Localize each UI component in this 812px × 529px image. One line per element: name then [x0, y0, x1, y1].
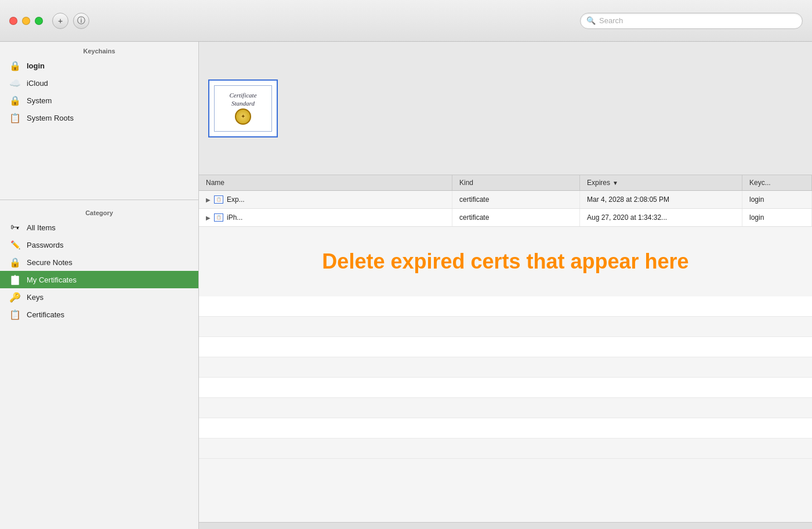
table-header: Name Kind Expires ▼ Keyc... [199, 175, 812, 191]
th-expires[interactable]: Expires ▼ [580, 175, 742, 190]
sidebar: Keychains 🔒 login ☁️ iCloud 🔒 System 📋 S… [0, 42, 199, 529]
minimize-button[interactable] [22, 17, 30, 25]
search-bar[interactable]: 🔍 Search [580, 13, 803, 29]
cert-icon-roots: 📋 [9, 112, 21, 124]
cert-inner: CertificateStandard ✦ [214, 85, 272, 132]
empty-row [199, 337, 812, 357]
lock-icon: 🔒 [9, 60, 21, 71]
cloud-icon: ☁️ [9, 77, 21, 89]
preview-area: CertificateStandard ✦ [199, 42, 812, 175]
sidebar-item-label-system-roots: System Roots [27, 114, 74, 122]
search-icon: 🔍 [586, 16, 596, 25]
annotation-text: Delete expired certs that appear here [322, 249, 688, 274]
sidebar-item-certificates[interactable]: 📋 Certificates [0, 306, 198, 323]
td-expires-2: Aug 27, 2020 at 1:34:32... [580, 209, 742, 226]
cert-seal: ✦ [235, 108, 251, 125]
sort-indicator: ▼ [612, 180, 618, 186]
sidebar-item-keys[interactable]: 🔑 Keys [0, 288, 198, 306]
sidebar-item-label-secure-notes: Secure Notes [27, 258, 72, 267]
sidebar-spacer [0, 126, 198, 196]
empty-row [199, 296, 812, 317]
cert-row-icon-2: 📋 [214, 213, 223, 222]
empty-row [199, 317, 812, 337]
certs-icon: 📋 [9, 309, 21, 320]
sidebar-item-login[interactable]: 🔒 login [0, 57, 198, 74]
info-button[interactable]: ⓘ [73, 13, 89, 29]
empty-row [199, 357, 812, 378]
th-kind[interactable]: Kind [452, 175, 580, 190]
window-controls [9, 17, 43, 25]
sidebar-item-secure-notes[interactable]: 🔒 Secure Notes [0, 253, 198, 271]
empty-row [199, 378, 812, 398]
sidebar-item-label-keys: Keys [27, 293, 44, 302]
horizontal-scrollbar[interactable] [199, 522, 812, 529]
table-row[interactable]: ▶ 📋 Exp... certificate Mar 4, 2028 at 2:… [199, 191, 812, 209]
th-keychain-label: Keyc... [749, 179, 771, 187]
td-name-2: ▶ 📋 iPh... [199, 209, 452, 226]
cert-title: CertificateStandard [229, 92, 256, 107]
sidebar-item-my-certificates[interactable]: 📋 My Certificates [0, 271, 198, 288]
sidebar-item-label-all-items: All Items [27, 223, 56, 232]
my-certs-icon: 📋 [9, 274, 21, 285]
maximize-button[interactable] [35, 17, 43, 25]
certificate-preview-icon: CertificateStandard ✦ [208, 79, 278, 137]
td-kind-2: certificate [452, 209, 580, 226]
sidebar-item-label-my-certs: My Certificates [27, 276, 77, 284]
titlebar: + ⓘ 🔍 Search [0, 0, 812, 42]
sidebar-item-label-icloud: iCloud [27, 79, 48, 88]
passwords-icon: ✏️ [9, 239, 21, 251]
sidebar-item-label-system: System [27, 96, 52, 105]
table-row[interactable]: ▶ 📋 iPh... certificate Aug 27, 2020 at 1… [199, 209, 812, 227]
annotation-area: Delete expired certs that appear here [199, 227, 812, 296]
keychains-header: Keychains [0, 42, 198, 57]
content-area: CertificateStandard ✦ Name Kind Ex [199, 42, 812, 529]
th-keychain[interactable]: Keyc... [742, 175, 812, 190]
sidebar-item-label-login: login [27, 61, 45, 70]
td-kind-1: certificate [452, 191, 580, 208]
all-items-icon: 🗝 [9, 222, 21, 233]
empty-row [199, 418, 812, 439]
th-name[interactable]: Name [199, 175, 452, 190]
category-header: Category [0, 204, 198, 219]
main-content: Keychains 🔒 login ☁️ iCloud 🔒 System 📋 S… [0, 42, 812, 529]
close-button[interactable] [9, 17, 17, 25]
sidebar-item-all-items[interactable]: 🗝 All Items [0, 219, 198, 236]
td-expires-1: Mar 4, 2028 at 2:08:05 PM [580, 191, 742, 208]
add-button[interactable]: + [52, 13, 68, 29]
sidebar-item-label-passwords: Passwords [27, 241, 64, 249]
titlebar-action-buttons: + ⓘ [52, 13, 89, 29]
table-container: Name Kind Expires ▼ Keyc... ▶ 📋 Exp [199, 175, 812, 522]
search-placeholder: Search [599, 16, 796, 25]
td-keychain-1: login [742, 191, 812, 208]
sidebar-item-label-certs: Certificates [27, 310, 64, 319]
lock-icon-system: 🔒 [9, 95, 21, 106]
sidebar-item-system[interactable]: 🔒 System [0, 92, 198, 109]
sidebar-item-passwords[interactable]: ✏️ Passwords [0, 236, 198, 253]
empty-row [199, 439, 812, 459]
td-keychain-2: login [742, 209, 812, 226]
sidebar-item-system-roots[interactable]: 📋 System Roots [0, 109, 198, 126]
expand-icon-2[interactable]: ▶ [206, 215, 211, 221]
empty-row [199, 398, 812, 418]
empty-rows [199, 296, 812, 459]
td-name-1: ▶ 📋 Exp... [199, 191, 452, 208]
sidebar-divider [0, 200, 198, 200]
cert-row-icon-1: 📋 [214, 195, 223, 204]
keys-icon: 🔑 [9, 291, 21, 303]
expand-icon-1[interactable]: ▶ [206, 197, 211, 203]
secure-notes-icon: 🔒 [9, 256, 21, 268]
sidebar-item-icloud[interactable]: ☁️ iCloud [0, 74, 198, 92]
